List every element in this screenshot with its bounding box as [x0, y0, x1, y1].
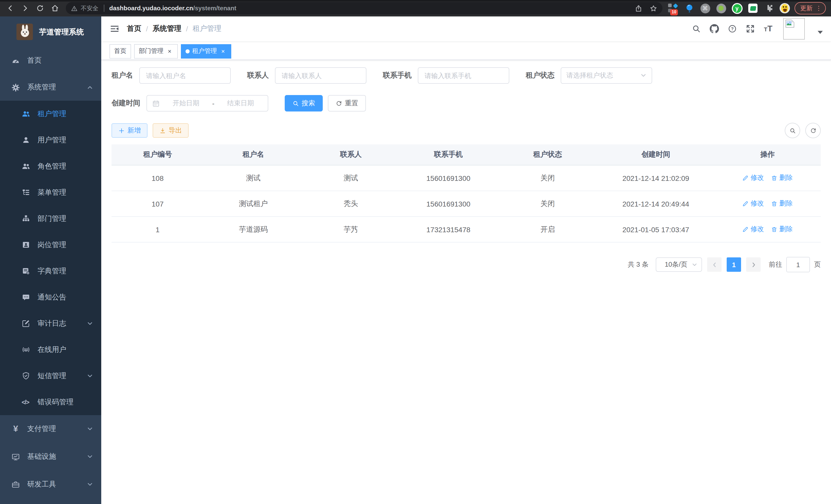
breadcrumb-home[interactable]: 首页 — [127, 24, 141, 33]
browser-back-button[interactable] — [3, 1, 17, 15]
sidebar-item-dept[interactable]: 部门管理 — [0, 206, 101, 232]
close-icon[interactable]: × — [166, 48, 173, 55]
col-tenant-name: 租户名 — [204, 144, 303, 165]
filter-contact: 联系人 — [247, 67, 366, 84]
search-button[interactable]: 搜索 — [285, 95, 323, 112]
magnifier-icon — [292, 100, 299, 107]
command-glyph: ⌘ — [702, 5, 708, 11]
extensions-puzzle-icon[interactable] — [763, 3, 774, 14]
prev-page-button[interactable] — [707, 258, 721, 272]
sidebar-item-tenant[interactable]: 租户管理 — [0, 101, 101, 127]
filter-create-time: 创建时间 开始日期 - 结束日期 — [112, 95, 268, 112]
chevron-down-icon — [87, 373, 93, 379]
extension-grid-icon[interactable]: 10 — [667, 3, 679, 14]
sidebar-item-menu[interactable]: 菜单管理 — [0, 179, 101, 206]
github-icon[interactable] — [710, 24, 719, 33]
sidebar-item-user[interactable]: 用户管理 — [0, 127, 101, 153]
cell-created: 2021-12-14 21:02:09 — [597, 165, 714, 191]
browser-reload-button[interactable] — [33, 1, 47, 15]
extension-chat-icon[interactable] — [747, 3, 758, 14]
toggle-search-button[interactable] — [785, 123, 800, 138]
gear-icon — [11, 83, 20, 92]
chevron-down-icon — [87, 481, 93, 487]
fullscreen-icon[interactable] — [746, 24, 755, 33]
next-page-button[interactable] — [746, 258, 761, 272]
font-size-icon[interactable]: TT — [764, 25, 772, 33]
screen: 不安全 dashboard.yudao.iocoder.cn/system/te… — [0, 0, 831, 504]
goto-page-input[interactable] — [786, 257, 810, 272]
browser-home-button[interactable] — [48, 1, 62, 15]
browser-update-button[interactable]: 更新 ⋮ — [795, 2, 826, 14]
sidebar-logo-row: 芋道管理系统 — [0, 17, 101, 47]
sidebar-item-notice[interactable]: 通知公告 — [0, 284, 101, 310]
extension-record-icon[interactable] — [715, 3, 727, 14]
address-bar[interactable]: 不安全 dashboard.yudao.iocoder.cn/system/te… — [66, 2, 662, 14]
browser-forward-button[interactable] — [18, 1, 32, 15]
close-icon[interactable]: × — [220, 48, 227, 55]
y-glyph: y — [733, 4, 741, 12]
sidebar-menu: 首页 系统管理 租户管理 用户管理 — [0, 47, 101, 498]
tenant-name-input[interactable] — [139, 67, 231, 84]
edit-link[interactable]: 修改 — [742, 225, 764, 234]
chevron-down-icon — [87, 426, 93, 432]
delete-link[interactable]: 删除 — [771, 173, 793, 183]
reset-button[interactable]: 重置 — [328, 95, 366, 112]
extension-command-icon[interactable]: ⌘ — [699, 3, 711, 14]
phone-input[interactable] — [418, 67, 509, 84]
sidebar-item-audit[interactable]: 审计日志 — [0, 310, 101, 336]
cell-actions: 修改删除 — [714, 191, 821, 216]
search-icon[interactable] — [692, 24, 701, 33]
help-icon[interactable]: ? — [728, 24, 737, 33]
sidebar-item-system[interactable]: 系统管理 — [0, 74, 101, 101]
refresh-table-button[interactable] — [805, 123, 821, 138]
url-host: dashboard.yudao.iocoder.cn — [109, 5, 193, 12]
bookmark-star-icon[interactable] — [650, 4, 657, 12]
user-avatar[interactable] — [783, 18, 805, 39]
sidebar-item-online[interactable]: 在线用户 — [0, 336, 101, 363]
date-range-picker[interactable]: 开始日期 - 结束日期 — [146, 95, 268, 112]
edit-link[interactable]: 修改 — [742, 199, 764, 208]
sidebar-item-infra[interactable]: 基础设施 — [0, 443, 101, 471]
delete-link[interactable]: 删除 — [771, 199, 793, 208]
export-button[interactable]: 导出 — [153, 123, 189, 138]
filter-tenant-name: 租户名 — [112, 67, 231, 84]
extension-y-icon[interactable]: y — [731, 3, 743, 14]
share-icon[interactable] — [635, 4, 642, 12]
users-icon — [22, 110, 30, 118]
contact-input[interactable] — [275, 67, 366, 84]
chevron-down-icon — [87, 454, 93, 460]
col-phone: 联系手机 — [399, 144, 498, 165]
sidebar-item-home[interactable]: 首页 — [0, 47, 101, 74]
add-button[interactable]: 新增 — [112, 123, 147, 138]
sidebar-item-role[interactable]: 角色管理 — [0, 153, 101, 179]
sidebar-item-pay[interactable]: ¥ 支付管理 — [0, 415, 101, 443]
page-number-button[interactable]: 1 — [727, 258, 741, 272]
profile-avatar-icon[interactable] — [779, 3, 791, 14]
sidebar-item-post[interactable]: 岗位管理 — [0, 232, 101, 258]
tab-tenant[interactable]: 租户管理 × — [181, 44, 231, 58]
breadcrumb: 首页 / 系统管理 / 租户管理 — [127, 24, 222, 33]
sidebar-item-sms[interactable]: 短信管理 — [0, 363, 101, 389]
sidebar-item-devtool[interactable]: 研发工具 — [0, 471, 101, 498]
breadcrumb-system[interactable]: 系统管理 — [153, 24, 181, 33]
sidebar-collapse-icon[interactable] — [110, 24, 120, 34]
navbar-actions: ? TT — [692, 18, 823, 39]
breadcrumb-current: 租户管理 — [193, 24, 222, 33]
extension-balloon-icon[interactable] — [684, 3, 695, 14]
delete-link[interactable]: 删除 — [771, 225, 793, 234]
page-size-select[interactable]: 10条/页 — [656, 258, 702, 272]
sidebar-item-errcode[interactable]: </> 错误码管理 — [0, 389, 101, 415]
cell-status: 关闭 — [498, 165, 597, 191]
tab-home[interactable]: 首页 — [110, 44, 131, 58]
edit-link[interactable]: 修改 — [742, 173, 764, 183]
cell-contact: 测试 — [303, 165, 399, 191]
url-path: /system/tenant — [193, 5, 236, 12]
pencil-icon — [742, 226, 749, 233]
browser-menu-icon[interactable]: ⋮ — [815, 5, 822, 12]
caret-down-icon[interactable] — [818, 31, 823, 34]
refresh-icon — [336, 100, 342, 107]
plus-icon — [118, 127, 125, 134]
tab-dept[interactable]: 部门管理 × — [134, 44, 178, 58]
sidebar-item-dict[interactable]: 字典管理 — [0, 258, 101, 284]
status-select[interactable]: 请选择租户状态 — [561, 67, 652, 84]
